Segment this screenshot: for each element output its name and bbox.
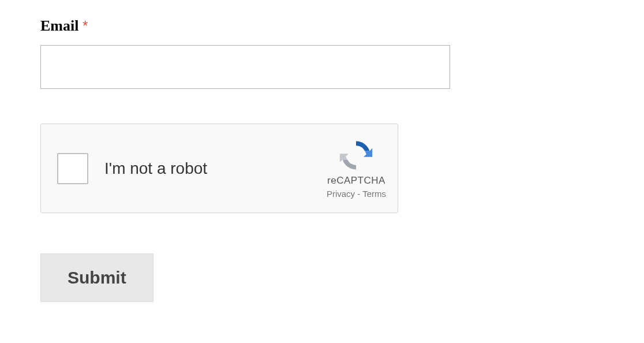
recaptcha-checkbox-label: I'm not a robot xyxy=(104,159,207,178)
email-label: Email xyxy=(40,17,78,35)
recaptcha-checkbox[interactable] xyxy=(57,153,88,184)
required-indicator: * xyxy=(83,18,88,33)
email-field[interactable] xyxy=(40,45,450,89)
recaptcha-privacy-link[interactable]: Privacy xyxy=(327,189,355,199)
recaptcha-icon xyxy=(338,138,375,173)
email-label-row: Email * xyxy=(40,17,604,45)
recaptcha-terms-link[interactable]: Terms xyxy=(362,189,386,199)
recaptcha-widget: I'm not a robot reCAPTCHA Privacy - Term… xyxy=(40,124,398,213)
recaptcha-branding: reCAPTCHA Privacy - Terms xyxy=(327,138,386,199)
email-field-group: Email * xyxy=(40,17,604,89)
submit-button[interactable]: Submit xyxy=(40,253,153,302)
recaptcha-brand-text: reCAPTCHA xyxy=(327,175,385,187)
recaptcha-links-separator: - xyxy=(355,189,362,199)
recaptcha-left: I'm not a robot xyxy=(57,153,207,184)
recaptcha-links: Privacy - Terms xyxy=(327,189,386,199)
